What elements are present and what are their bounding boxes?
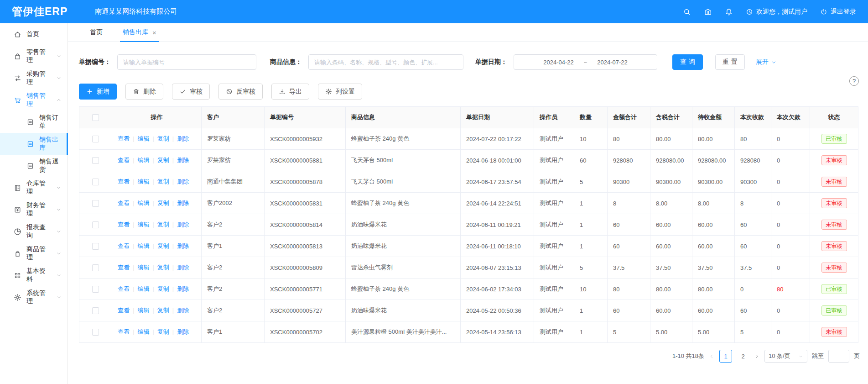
action-edit-link[interactable]: 编辑 bbox=[137, 178, 149, 185]
action-view-link[interactable]: 查看 bbox=[118, 178, 130, 185]
action-delete-link[interactable]: 删除 bbox=[177, 328, 189, 335]
sidebar-item-finance[interactable]: 财务管理 bbox=[0, 199, 68, 221]
unaudit-button[interactable]: 反审核 bbox=[218, 84, 263, 100]
sidebar-item-purchase[interactable]: 采购管理 bbox=[0, 67, 68, 89]
action-delete-link[interactable]: 删除 bbox=[177, 221, 189, 228]
sidebar-item-home[interactable]: 首页 bbox=[0, 23, 68, 45]
sidebar-item-warehouse[interactable]: 仓库管理 bbox=[0, 177, 68, 199]
action-view-link[interactable]: 查看 bbox=[118, 307, 130, 314]
action-delete-link[interactable]: 删除 bbox=[177, 178, 189, 185]
action-copy-link[interactable]: 复制 bbox=[157, 242, 169, 249]
action-edit-link[interactable]: 编辑 bbox=[137, 200, 149, 206]
action-view-link[interactable]: 查看 bbox=[118, 285, 130, 292]
action-edit-link[interactable]: 编辑 bbox=[137, 264, 149, 271]
bank-icon[interactable] bbox=[704, 8, 712, 16]
logout-button[interactable]: 退出登录 bbox=[820, 8, 856, 16]
jump-page-input[interactable] bbox=[828, 350, 849, 363]
page-number-1[interactable]: 1 bbox=[719, 350, 732, 363]
action-copy-link[interactable]: 复制 bbox=[157, 200, 169, 206]
welcome-user[interactable]: 欢迎您，测试用户 bbox=[746, 8, 807, 16]
action-view-link[interactable]: 查看 bbox=[118, 328, 130, 335]
action-delete-link[interactable]: 删除 bbox=[177, 285, 189, 292]
row-checkbox[interactable] bbox=[92, 243, 99, 250]
tab-home[interactable]: 首页 bbox=[80, 23, 113, 42]
action-edit-link[interactable]: 编辑 bbox=[137, 135, 149, 142]
page-number-2[interactable]: 2 bbox=[737, 350, 749, 363]
action-copy-link[interactable]: 复制 bbox=[157, 157, 169, 163]
amount-cell: 8 bbox=[608, 193, 650, 214]
column-header: 单据编号 bbox=[265, 107, 346, 128]
reset-button[interactable]: 重置 bbox=[715, 54, 745, 70]
operator-cell: 测试用户 bbox=[534, 193, 574, 214]
prev-page-button[interactable] bbox=[709, 353, 715, 359]
row-checkbox[interactable] bbox=[92, 200, 99, 207]
sidebar-item-retail[interactable]: 零售管理 bbox=[0, 45, 68, 67]
row-checkbox[interactable] bbox=[92, 329, 99, 336]
action-view-link[interactable]: 查看 bbox=[118, 135, 130, 142]
debt-cell: 0 bbox=[771, 193, 810, 214]
query-button[interactable]: 查询 bbox=[672, 54, 703, 70]
action-edit-link[interactable]: 编辑 bbox=[137, 328, 149, 335]
action-view-link[interactable]: 查看 bbox=[118, 157, 130, 163]
action-delete-link[interactable]: 删除 bbox=[177, 307, 189, 314]
action-delete-link[interactable]: 删除 bbox=[177, 242, 189, 249]
select-all-checkbox[interactable] bbox=[92, 114, 99, 121]
action-view-link[interactable]: 查看 bbox=[118, 200, 130, 206]
action-delete-link[interactable]: 删除 bbox=[177, 157, 189, 163]
action-view-link[interactable]: 查看 bbox=[118, 264, 130, 271]
sidebar-item-sales[interactable]: 销售管理 bbox=[0, 89, 68, 111]
action-delete-link[interactable]: 删除 bbox=[177, 200, 189, 206]
row-checkbox[interactable] bbox=[92, 136, 99, 142]
add-button[interactable]: 新增 bbox=[79, 84, 117, 100]
action-copy-link[interactable]: 复制 bbox=[157, 221, 169, 228]
date-range-picker[interactable]: 2024-04-22 ~ 2024-07-22 bbox=[514, 54, 657, 70]
sidebar-item-report[interactable]: 报表查询 bbox=[0, 221, 68, 242]
action-view-link[interactable]: 查看 bbox=[118, 221, 130, 228]
bell-icon[interactable] bbox=[725, 8, 733, 16]
date-end-value[interactable]: 2024-07-22 bbox=[597, 59, 628, 66]
action-copy-link[interactable]: 复制 bbox=[157, 328, 169, 335]
sidebar-item-sales-return[interactable]: 销售退货 bbox=[0, 155, 68, 177]
next-page-button[interactable] bbox=[754, 353, 760, 359]
date-start-value[interactable]: 2024-04-22 bbox=[543, 59, 574, 66]
doc-no-cell: XSCK00000005881 bbox=[265, 150, 346, 171]
action-edit-link[interactable]: 编辑 bbox=[137, 242, 149, 249]
row-checkbox[interactable] bbox=[92, 307, 99, 314]
row-checkbox[interactable] bbox=[92, 264, 99, 271]
sidebar-item-label: 销售管理 bbox=[26, 92, 51, 108]
tab-close-icon[interactable]: × bbox=[152, 29, 156, 36]
action-copy-link[interactable]: 复制 bbox=[157, 264, 169, 271]
action-edit-link[interactable]: 编辑 bbox=[137, 157, 149, 163]
sidebar-item-product[interactable]: 商品管理 bbox=[0, 242, 68, 264]
sidebar-item-basic[interactable]: 基本资料 bbox=[0, 264, 68, 286]
export-button[interactable]: 导出 bbox=[271, 84, 309, 100]
action-copy-link[interactable]: 复制 bbox=[157, 178, 169, 185]
action-edit-link[interactable]: 编辑 bbox=[137, 307, 149, 314]
audit-button[interactable]: 审核 bbox=[172, 84, 210, 100]
action-separator: | bbox=[152, 242, 154, 249]
product-info-input[interactable] bbox=[308, 54, 463, 70]
expand-toggle[interactable]: 展开 bbox=[756, 58, 777, 66]
action-edit-link[interactable]: 编辑 bbox=[137, 285, 149, 292]
row-checkbox[interactable] bbox=[92, 221, 99, 228]
search-icon[interactable] bbox=[683, 8, 691, 16]
row-checkbox[interactable] bbox=[92, 157, 99, 164]
action-view-link[interactable]: 查看 bbox=[118, 242, 130, 249]
action-copy-link[interactable]: 复制 bbox=[157, 135, 169, 142]
column-settings-button[interactable]: 列设置 bbox=[318, 84, 362, 100]
action-edit-link[interactable]: 编辑 bbox=[137, 221, 149, 228]
tab-sales-outbound[interactable]: 销售出库 × bbox=[113, 23, 166, 42]
delete-button[interactable]: 删除 bbox=[125, 84, 163, 100]
sidebar-item-sales-order[interactable]: 销售订单 bbox=[0, 111, 68, 133]
row-checkbox[interactable] bbox=[92, 286, 99, 293]
sidebar-item-sales-outbound[interactable]: 销售出库 bbox=[0, 133, 68, 155]
action-delete-link[interactable]: 删除 bbox=[177, 264, 189, 271]
doc-no-input[interactable] bbox=[117, 54, 256, 70]
action-delete-link[interactable]: 删除 bbox=[177, 135, 189, 142]
action-copy-link[interactable]: 复制 bbox=[157, 285, 169, 292]
sidebar-item-system[interactable]: 系统管理 bbox=[0, 286, 68, 308]
action-copy-link[interactable]: 复制 bbox=[157, 307, 169, 314]
row-checkbox[interactable] bbox=[92, 179, 99, 185]
page-size-select[interactable]: 10 条/页 bbox=[764, 350, 807, 363]
add-label: 新增 bbox=[97, 88, 109, 96]
